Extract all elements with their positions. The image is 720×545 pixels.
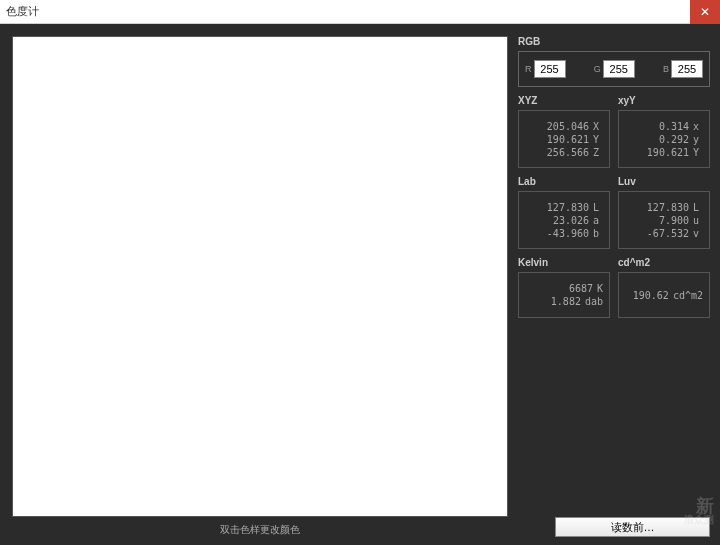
cdm2-v: 190.62	[633, 290, 669, 301]
luv-l: 127.830	[647, 202, 689, 213]
rgb-r-field: R	[525, 60, 566, 78]
rgb-box: R G B	[518, 51, 710, 87]
rgb-g-field: G	[594, 60, 635, 78]
xyz-z-unit: Z	[593, 147, 603, 158]
luv-section: Luv 127.830L 7.900u -67.532v	[618, 176, 710, 249]
cdm2-label: cd^m2	[618, 257, 710, 268]
kelvin-box: 6687K 1.882dab	[518, 272, 610, 318]
cdm2-section: cd^m2 190.62cd^m2	[618, 257, 710, 318]
xyz-x: 205.046	[547, 121, 589, 132]
cdm2-box: 190.62cd^m2	[618, 272, 710, 318]
xyy-y: 0.292	[659, 134, 689, 145]
window-title: 色度计	[6, 4, 39, 19]
kelvin-label: Kelvin	[518, 257, 610, 268]
xyz-z: 256.566	[547, 147, 589, 158]
luv-box: 127.830L 7.900u -67.532v	[618, 191, 710, 249]
xyz-xyy-row: XYZ 205.046X 190.621Y 256.566Z xyY 0.314…	[518, 95, 710, 168]
cdm2-v-unit: cd^m2	[673, 290, 703, 301]
kelvin-k: 6687	[569, 283, 593, 294]
right-column: RGB R G B XYZ 205.046X	[518, 36, 710, 539]
xyy-label: xyY	[618, 95, 710, 106]
lab-l: 127.830	[547, 202, 589, 213]
luv-l-unit: L	[693, 202, 703, 213]
xyy-x-unit: x	[693, 121, 703, 132]
rgb-b-field: B	[663, 60, 703, 78]
luv-u-unit: u	[693, 215, 703, 226]
close-icon: ✕	[700, 5, 710, 19]
kelvin-k-unit: K	[597, 283, 603, 294]
left-column: 双击色样更改颜色	[12, 36, 508, 539]
lab-l-unit: L	[593, 202, 603, 213]
luv-v: -67.532	[647, 228, 689, 239]
xyz-box: 205.046X 190.621Y 256.566Z	[518, 110, 610, 168]
lab-label: Lab	[518, 176, 610, 187]
rgb-r-label: R	[525, 64, 532, 74]
kelvin-section: Kelvin 6687K 1.882dab	[518, 257, 610, 318]
lab-box: 127.830L 23.026a -43.960b	[518, 191, 610, 249]
lab-section: Lab 127.830L 23.026a -43.960b	[518, 176, 610, 249]
rgb-b-input[interactable]	[671, 60, 703, 78]
rgb-b-label: B	[663, 64, 669, 74]
xyy-Y: 190.621	[647, 147, 689, 158]
rgb-g-label: G	[594, 64, 601, 74]
read-button[interactable]: 读数前…	[555, 517, 710, 537]
luv-u: 7.900	[659, 215, 689, 226]
lab-b-unit: b	[593, 228, 603, 239]
rgb-label: RGB	[518, 36, 710, 47]
xyy-y-unit: y	[693, 134, 703, 145]
xyz-y: 190.621	[547, 134, 589, 145]
xyz-section: XYZ 205.046X 190.621Y 256.566Z	[518, 95, 610, 168]
rgb-g-input[interactable]	[603, 60, 635, 78]
luv-v-unit: v	[693, 228, 703, 239]
xyz-y-unit: Y	[593, 134, 603, 145]
kelvin-d: 1.882	[551, 296, 581, 307]
close-button[interactable]: ✕	[690, 0, 720, 24]
xyy-box: 0.314x 0.292y 190.621Y	[618, 110, 710, 168]
titlebar: 色度计 ✕	[0, 0, 720, 24]
lab-a: 23.026	[553, 215, 589, 226]
xyz-label: XYZ	[518, 95, 610, 106]
luv-label: Luv	[618, 176, 710, 187]
app-body: 双击色样更改颜色 RGB R G B XYZ	[0, 24, 720, 545]
rgb-section: RGB R G B	[518, 36, 710, 87]
lab-b: -43.960	[547, 228, 589, 239]
rgb-r-input[interactable]	[534, 60, 566, 78]
lab-a-unit: a	[593, 215, 603, 226]
kelvin-d-unit: dab	[585, 296, 603, 307]
lab-luv-row: Lab 127.830L 23.026a -43.960b Luv 127.83…	[518, 176, 710, 249]
xyz-x-unit: X	[593, 121, 603, 132]
xyy-section: xyY 0.314x 0.292y 190.621Y	[618, 95, 710, 168]
color-swatch[interactable]	[12, 36, 508, 517]
xyy-x: 0.314	[659, 121, 689, 132]
xyy-Y-unit: Y	[693, 147, 703, 158]
swatch-hint: 双击色样更改颜色	[12, 517, 508, 539]
kelvin-cdm2-row: Kelvin 6687K 1.882dab cd^m2 190.62cd^m2	[518, 257, 710, 318]
